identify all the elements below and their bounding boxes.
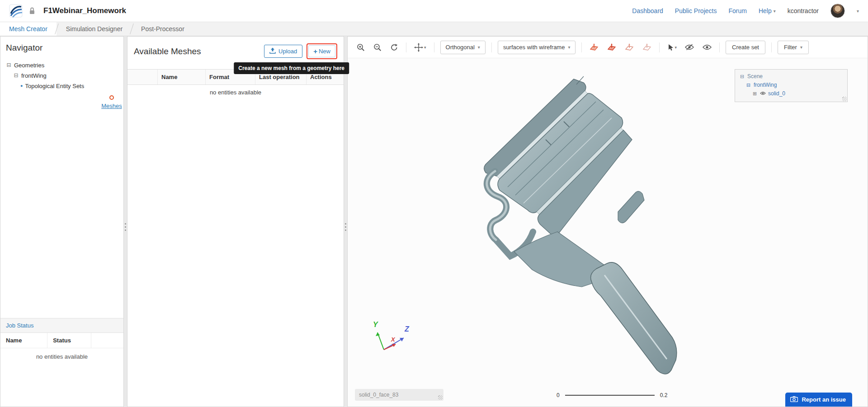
user-avatar[interactable] [830, 4, 845, 18]
chevron-down-icon: ▾ [568, 45, 570, 50]
username-label: kcontractor [788, 7, 819, 14]
meshes-panel-title: Available Meshes [134, 47, 201, 56]
top-header: F1Webinar_Homework Dashboard Public Proj… [0, 0, 868, 22]
collapse-icon[interactable]: ⊟ [745, 81, 751, 89]
clip-plane-x-icon[interactable] [588, 42, 600, 53]
show-all-icon[interactable] [701, 42, 713, 52]
job-status-col-name: Name [0, 333, 47, 348]
clip-plane-custom-icon[interactable] [641, 42, 653, 53]
toolbar-separator [771, 42, 772, 52]
panel-resize-handle[interactable] [124, 219, 127, 235]
main-content: Navigator ⊟ Geometries ⊟ frontWing ● Top… [0, 36, 868, 407]
meshes-col-blank [127, 70, 157, 84]
tab-mesh-creator[interactable]: Mesh Creator [0, 22, 57, 36]
hovered-face-label: solid_0_face_83 [355, 389, 443, 401]
meshes-col-name: Name [157, 70, 205, 84]
reset-view-icon[interactable] [388, 42, 400, 53]
upload-button[interactable]: Upload [264, 45, 302, 58]
job-status-empty-text: no entities available [0, 348, 123, 365]
camera-icon [790, 396, 798, 403]
tree-item-topological-entity-sets[interactable]: ● Topological Entity Sets [0, 81, 123, 91]
tree-item-label[interactable]: Meshes [101, 102, 122, 110]
collapse-icon[interactable]: ⊟ [13, 72, 19, 80]
scale-bar: 0 0.2 [557, 392, 667, 398]
hide-selection-icon[interactable] [683, 42, 696, 52]
job-status-col-blank [91, 333, 123, 348]
collapse-icon[interactable]: ⊟ [6, 61, 12, 69]
axis-x-label: X [391, 336, 395, 343]
scale-bar-line [565, 395, 655, 396]
header-nav: Dashboard Public Projects Forum Help▾ kc… [632, 4, 859, 18]
tab-post-processor[interactable]: Post-Processor [132, 22, 193, 36]
nav-dashboard-link[interactable]: Dashboard [632, 7, 663, 14]
tree-item-label[interactable]: frontWing [21, 72, 47, 80]
zoom-out-icon[interactable] [372, 42, 383, 53]
nav-help-menu[interactable]: Help▾ [759, 7, 776, 14]
scene-tree-solid[interactable]: ⊞ solid_0 [739, 89, 843, 98]
projection-dropdown[interactable]: Orthogonal ▾ [440, 41, 486, 54]
clip-plane-y-icon[interactable] [605, 42, 618, 53]
tab-simulation-designer[interactable]: Simulation Designer [57, 22, 132, 36]
filter-dropdown[interactable]: Filter ▾ [778, 41, 809, 54]
navigator-panel: Navigator ⊟ Geometries ⊟ frontWing ● Top… [0, 36, 124, 407]
meshes-panel-buttons: Upload + New Create a new mesh from a ge… [264, 43, 337, 59]
create-set-button[interactable]: Create set [726, 41, 765, 54]
expand-icon[interactable]: ⊞ [752, 89, 758, 98]
axis-y-label: Y [373, 321, 378, 329]
nav-forum-link[interactable]: Forum [728, 7, 746, 14]
tutorial-highlight-ring: + New [307, 43, 337, 59]
3d-viewport-canvas[interactable]: ⊟ Scene ⊟ frontWing ⊞ solid_0 [348, 58, 868, 407]
tree-item-frontwing[interactable]: ⊟ frontWing [0, 70, 123, 81]
chevron-down-icon: ▾ [675, 45, 677, 50]
workbench-tabbar: Mesh Creator Simulation Designer Post-Pr… [0, 22, 868, 36]
toolbar-separator [491, 42, 492, 52]
clip-plane-z-icon[interactable] [623, 42, 636, 53]
toolbar-separator [434, 42, 434, 52]
chevron-down-icon: ▾ [800, 45, 802, 50]
scene-tree-geometry[interactable]: ⊟ frontWing [739, 81, 843, 89]
job-status-col-status: Status [47, 333, 91, 348]
job-status-title: Job Status [0, 318, 123, 333]
entity-set-dot-icon: ● [20, 82, 23, 90]
panel-resize-handle[interactable] [344, 219, 347, 235]
meshes-empty-text: no entities available [127, 85, 344, 100]
user-menu-chevron-icon[interactable]: ▾ [857, 9, 859, 14]
plus-icon: + [313, 47, 317, 55]
select-tool-icon[interactable]: ▾ [665, 42, 679, 53]
new-mesh-tooltip: Create a new mesh from a geometry here [234, 62, 349, 74]
axis-z-label: Z [405, 325, 409, 333]
scene-tree-overlay[interactable]: ⊟ Scene ⊟ frontWing ⊞ solid_0 [735, 69, 848, 102]
tree-item-geometries[interactable]: ⊟ Geometries [0, 60, 123, 70]
render-mode-dropdown[interactable]: surfaces with wireframe ▾ [498, 41, 576, 54]
project-title: F1Webinar_Homework [43, 6, 126, 15]
nav-public-projects-link[interactable]: Public Projects [675, 7, 717, 14]
toolbar-separator [719, 42, 720, 52]
meshes-ring-icon [109, 95, 114, 100]
upload-icon [269, 47, 276, 55]
new-mesh-button[interactable]: + New [308, 45, 335, 57]
private-lock-icon [29, 7, 35, 15]
collapse-icon[interactable]: ⊟ [739, 72, 745, 81]
toolbar-separator [581, 42, 582, 52]
toolbar-separator [659, 42, 660, 52]
zoom-in-icon[interactable] [355, 42, 367, 53]
visibility-eye-icon[interactable] [760, 89, 766, 98]
tree-item-label[interactable]: Geometries [14, 61, 44, 69]
3d-model[interactable] [469, 71, 681, 385]
pan-tool-icon[interactable]: ▾ [412, 41, 428, 54]
job-status-section: Job Status Name Status no entities avail… [0, 318, 123, 407]
navigator-title: Navigator [0, 37, 123, 60]
app-logo-icon[interactable] [9, 4, 23, 18]
viewport-toolbar: ▾ Orthogonal ▾ surfaces with wireframe ▾ [348, 37, 868, 58]
job-status-table-header: Name Status [0, 333, 123, 348]
scene-tree-root[interactable]: ⊟ Scene [739, 72, 843, 81]
overlay-resize-grip[interactable] [842, 97, 847, 101]
label-resize-grip [438, 395, 443, 400]
tree-item-label[interactable]: Topological Entity Sets [25, 82, 84, 90]
meshes-panel-header: Available Meshes Upload + New [127, 37, 344, 65]
toolbar-separator [406, 42, 406, 52]
scale-max-label: 0.2 [660, 392, 668, 398]
scale-min-label: 0 [557, 392, 560, 398]
report-issue-button[interactable]: Report an issue [785, 393, 852, 407]
viewport-panel: ▾ Orthogonal ▾ surfaces with wireframe ▾ [347, 36, 868, 407]
